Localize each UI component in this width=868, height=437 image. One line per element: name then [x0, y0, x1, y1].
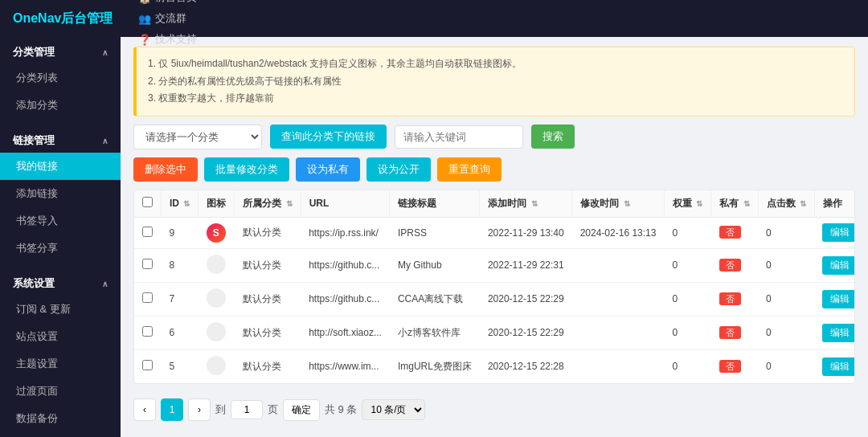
row-checkbox[interactable]	[134, 282, 162, 316]
favicon-icon	[207, 255, 226, 274]
chevron-icon: ∧	[102, 280, 108, 288]
sidebar-item[interactable]: 主题设置	[0, 350, 121, 378]
top-nav-item[interactable]: 👥交流群	[132, 8, 203, 29]
goto-page-input[interactable]	[231, 400, 263, 419]
sidebar-item[interactable]: 订阅 & 更新	[0, 296, 121, 323]
search-input[interactable]	[395, 125, 523, 149]
row-title: My Github	[390, 248, 480, 282]
mod-time-sort-icon[interactable]: ⇅	[624, 199, 630, 208]
group-label: 系统设置	[13, 276, 55, 291]
edit-button[interactable]: 编辑	[822, 290, 855, 308]
row-mod-time	[572, 383, 665, 384]
row-mod-time	[572, 282, 665, 316]
sidebar-item[interactable]: 书签导入	[0, 207, 121, 235]
row-title: CCAA离线下载	[390, 282, 480, 316]
weight-sort-icon[interactable]: ⇅	[696, 199, 702, 208]
info-line: 3. 权重数字越大，排序越靠前	[148, 90, 843, 108]
edit-button[interactable]: 编辑	[822, 256, 855, 275]
row-clicks: 0	[758, 217, 814, 248]
add-time-sort-icon[interactable]: ⇅	[531, 199, 538, 208]
delete-selected-button[interactable]: 删除选中	[133, 157, 198, 182]
col-url: URL	[301, 190, 390, 218]
row-select-checkbox[interactable]	[142, 259, 153, 269]
col-actions: 操作	[814, 190, 855, 218]
private-badge: 否	[719, 326, 741, 339]
col-private: 私有 ⇅	[711, 190, 758, 218]
row-icon: S	[199, 217, 235, 248]
sidebar-item[interactable]: 我的链接	[0, 153, 121, 180]
top-nav-item[interactable]: 🏠前台首页	[132, 0, 203, 8]
private-badge: 否	[719, 259, 741, 272]
nav-label: 交流群	[155, 11, 186, 26]
prev-page-button[interactable]: ‹	[133, 398, 156, 421]
sidebar-item[interactable]: 站点设置	[0, 323, 121, 350]
nav-icon: 🏠	[138, 0, 151, 4]
category-select[interactable]: 请选择一个分类	[133, 125, 262, 149]
category-sort-icon[interactable]: ⇅	[286, 199, 293, 208]
table-header: ID ⇅ 图标 所属分类 ⇅ URL 链接标题 添加时间 ⇅ 修改时间 ⇅ 权重…	[134, 190, 855, 218]
edit-button[interactable]: 编辑	[822, 324, 855, 342]
edit-button[interactable]: 编辑	[822, 357, 855, 376]
sidebar-item[interactable]: 添加分类	[0, 92, 121, 119]
total-items-label: 共 9 条	[325, 402, 357, 417]
row-select-checkbox[interactable]	[142, 292, 153, 303]
clicks-sort-icon[interactable]: ⇅	[800, 199, 806, 208]
row-title: 小z博客	[390, 383, 480, 384]
sidebar-item[interactable]: 分类列表	[0, 64, 121, 92]
row-clicks: 0	[758, 383, 814, 384]
row-checkbox[interactable]	[134, 248, 162, 282]
row-select-checkbox[interactable]	[142, 227, 153, 237]
sidebar-item[interactable]: 添加链接	[0, 180, 121, 207]
row-category: 默认分类	[235, 383, 301, 384]
sidebar-item[interactable]: 书签分享	[0, 235, 121, 262]
action-bar: 删除选中 批量修改分类 设为私有 设为公开 重置查询	[133, 157, 855, 182]
layout: 分类管理∧分类列表添加分类链接管理∧我的链接添加链接书签导入书签分享系统设置∧订…	[0, 37, 868, 437]
row-checkbox[interactable]	[134, 383, 162, 384]
goto-confirm-button[interactable]: 确定	[283, 399, 320, 421]
set-private-button[interactable]: 设为私有	[296, 157, 360, 182]
edit-button[interactable]: 编辑	[822, 223, 855, 242]
row-id: 7	[162, 282, 199, 316]
pagination: ‹ 1 › 到 页 确定 共 9 条 10 条/页 20 条/页 50 条/页	[133, 392, 855, 427]
row-id: 5	[162, 349, 199, 383]
row-title: ImgURL免费图床	[390, 349, 480, 383]
row-checkbox[interactable]	[134, 217, 162, 248]
batch-modify-button[interactable]: 批量修改分类	[204, 157, 289, 182]
next-page-button[interactable]: ›	[188, 398, 211, 421]
sidebar-item[interactable]: 过渡页面	[0, 378, 121, 405]
sidebar-item[interactable]: 获取API	[0, 432, 121, 437]
col-id: ID ⇅	[162, 190, 199, 218]
sidebar-item[interactable]: 数据备份	[0, 405, 121, 432]
query-category-button[interactable]: 查询此分类下的链接	[270, 125, 387, 149]
sidebar-group-title: 系统设置∧	[0, 268, 121, 296]
row-add-time: 2020-12-15 22:29	[480, 282, 572, 316]
favicon-icon	[207, 322, 226, 341]
page-1-button[interactable]: 1	[161, 398, 183, 421]
row-private: 否	[711, 248, 758, 282]
group-label: 分类管理	[13, 45, 55, 59]
row-private: 否	[711, 316, 758, 349]
row-checkbox[interactable]	[134, 316, 162, 349]
row-clicks: 0	[758, 316, 814, 349]
row-action-buttons: 编辑 删除	[822, 324, 855, 342]
private-sort-icon[interactable]: ⇅	[743, 199, 750, 208]
row-id: 4	[162, 383, 199, 384]
row-select-checkbox[interactable]	[142, 326, 153, 337]
row-add-time: 2020-12-15 22:28	[480, 383, 572, 384]
reset-query-button[interactable]: 重置查询	[437, 157, 502, 182]
per-page-select[interactable]: 10 条/页 20 条/页 50 条/页	[362, 399, 425, 420]
search-button[interactable]: 搜索	[531, 125, 575, 149]
set-public-button[interactable]: 设为公开	[366, 157, 431, 182]
page-unit-label: 页	[268, 402, 278, 417]
row-url: http://soft.xiaoz...	[301, 316, 390, 349]
id-sort-icon[interactable]: ⇅	[183, 199, 190, 208]
row-id: 9	[162, 217, 199, 248]
row-actions: 编辑 删除	[814, 282, 855, 316]
row-icon	[199, 349, 235, 383]
row-checkbox[interactable]	[134, 349, 162, 383]
row-weight: 0	[664, 349, 710, 383]
row-select-checkbox[interactable]	[142, 360, 153, 370]
select-all-checkbox[interactable]	[142, 197, 153, 207]
table-body: 9 S 默认分类 https://ip.rss.ink/ IPRSS 2022-…	[134, 217, 855, 384]
row-icon	[199, 316, 235, 349]
